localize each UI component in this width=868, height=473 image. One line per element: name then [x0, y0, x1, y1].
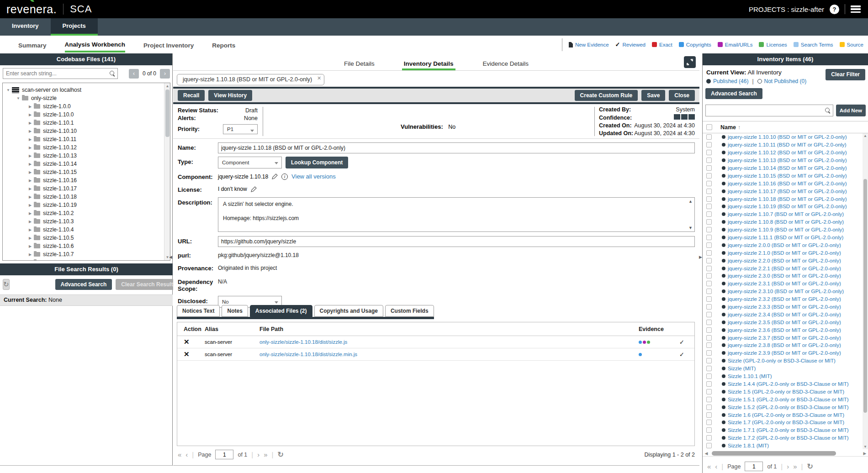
inventory-item-link[interactable]: Sizzle 1.5.1 (GPL-2.0-only or BSD-3-Clau… [728, 397, 849, 402]
expand-arrow-icon[interactable]: ▶ [27, 105, 33, 109]
inventory-item-link[interactable]: jquery-sizzle 2.3.7 (BSD or MIT or GPL-2… [728, 335, 841, 341]
inventory-list-item[interactable]: Sizzle 1.10.1 (MIT) [703, 373, 868, 380]
tree-node-folder[interactable]: ▶ sizzle-1.10.6 [5, 242, 169, 250]
inventory-item-link[interactable]: Sizzle 1.8.1 (MIT) [728, 443, 769, 448]
expand-arrow-icon[interactable]: ▶ [27, 261, 33, 261]
select-all-checkbox[interactable] [706, 124, 712, 130]
inventory-list-item[interactable]: jquery-sizzle 1.10.7 (BSD or MIT or GPL-… [703, 210, 868, 218]
help-icon[interactable]: ? [830, 5, 839, 14]
inventory-list-item[interactable]: jquery-sizzle 2.3.0 (BSD or MIT or GPL-2… [703, 272, 868, 280]
lookup-component-button[interactable]: Lookup Component [286, 157, 348, 168]
next-match-button[interactable]: › [160, 69, 170, 79]
scroll-left-icon[interactable]: ◀ [703, 451, 710, 456]
inventory-item-link[interactable]: jquery-sizzle 1.10.12 (BSD or MIT or GPL… [728, 150, 847, 155]
item-checkbox[interactable] [706, 165, 712, 171]
inventory-item-link[interactable]: jquery-sizzle 1.10.14 (BSD or MIT or GPL… [728, 165, 847, 171]
recall-button[interactable]: Recall [178, 90, 205, 101]
scroll-up-icon[interactable]: ▲ [688, 199, 693, 204]
item-checkbox[interactable] [706, 358, 712, 363]
tree-node-folder[interactable]: ▶ sizzle-1.10.2 [5, 209, 169, 217]
component-info-icon[interactable]: i [281, 173, 288, 180]
tab-notices-text[interactable]: Notices Text [177, 305, 220, 317]
scroll-up-icon[interactable]: ▲ [863, 134, 868, 138]
item-checkbox[interactable] [706, 250, 712, 256]
expand-arrow-icon[interactable]: ▶ [27, 154, 33, 158]
expand-arrow-icon[interactable]: ▶ [27, 137, 33, 142]
inventory-item-link[interactable]: jquery-sizzle 2.0.0 (BSD or MIT or GPL-2… [728, 242, 841, 248]
inventory-item-link[interactable]: jquery-sizzle 1.10.13 (BSD or MIT or GPL… [728, 158, 847, 163]
inventory-item-link[interactable]: jquery-sizzle 1.10.19 (BSD or MIT or GPL… [728, 204, 847, 209]
inventory-item-link[interactable]: jquery-sizzle 2.3.2 (BSD or MIT or GPL-2… [728, 296, 841, 302]
clear-search-results-button[interactable]: Clear Search Results [116, 279, 181, 290]
tree-node-folder[interactable]: ▶ sizzle-1.10.13 [5, 152, 169, 160]
inventory-list-item[interactable]: jquery-sizzle 2.2.0 (BSD or MIT or GPL-2… [703, 257, 868, 264]
collapse-arrow-icon[interactable]: ▼ [16, 96, 21, 100]
expand-arrow-icon[interactable]: ▶ [27, 252, 33, 257]
item-checkbox[interactable] [706, 327, 712, 333]
item-checkbox[interactable] [706, 273, 712, 279]
tree-node-folder[interactable]: ▶ sizzle-1.10.16 [5, 176, 169, 184]
expand-arrow-icon[interactable]: ▶ [27, 195, 33, 199]
inventory-item-link[interactable]: jquery-sizzle 2.3.8 (BSD or MIT or GPL-2… [728, 342, 841, 348]
inventory-list-item[interactable]: jquery-sizzle 2.3.5 (BSD or MIT or GPL-2… [703, 318, 868, 326]
close-button[interactable]: Close [669, 90, 695, 101]
expand-arrow-icon[interactable]: ▶ [27, 162, 33, 166]
tree-node-folder[interactable]: ▼ only-sizzle [5, 94, 169, 102]
tab-inventory[interactable]: Inventory [0, 18, 51, 36]
item-checkbox[interactable] [706, 342, 712, 348]
expand-arrow-icon[interactable]: ▶ [27, 244, 33, 248]
tree-node-server[interactable]: ▼ scan-server on localhost [5, 86, 169, 94]
item-checkbox[interactable] [706, 320, 712, 325]
item-checkbox[interactable] [706, 242, 712, 248]
add-new-button[interactable]: Add New [836, 105, 866, 116]
remove-file-icon[interactable]: ✕ [184, 350, 190, 358]
inventory-list-item[interactable]: Sizzle 1.5.2 (GPL-2.0-only or BSD-3-Clau… [703, 403, 868, 411]
expand-arrow-icon[interactable]: ▶ [27, 113, 33, 117]
inventory-list-item[interactable]: Sizzle 1.8.1 (MIT) [703, 442, 868, 449]
inventory-list-item[interactable]: Sizzle (MIT) [703, 365, 868, 373]
inventory-scrollbar[interactable]: ▲ ▼ [863, 133, 868, 449]
next-page-icon[interactable]: › [787, 463, 789, 470]
tab-reports[interactable]: Reports [212, 38, 235, 52]
expand-arrow-icon[interactable]: ▶ [27, 121, 33, 125]
type-select[interactable]: Component [218, 157, 282, 168]
tree-node-folder[interactable]: ▶ sizzle-1.10.0 [5, 110, 169, 119]
item-checkbox[interactable] [706, 350, 712, 356]
item-checkbox[interactable] [706, 189, 712, 194]
clear-filter-button[interactable]: Clear Filter [826, 69, 865, 80]
inventory-item-link[interactable]: Sizzle (GPL-2.0-only or BSD-3-Clause or … [728, 358, 836, 363]
inventory-item-link[interactable]: jquery-sizzle 1.10.9 (BSD or MIT or GPL-… [728, 227, 844, 232]
item-checkbox[interactable] [706, 389, 712, 394]
inventory-list-item[interactable]: jquery-sizzle 1.10.12 (BSD or MIT or GPL… [703, 149, 868, 157]
item-checkbox[interactable] [706, 435, 712, 441]
inventory-item-link[interactable]: jquery-sizzle 2.3.0 (BSD or MIT or GPL-2… [728, 273, 841, 279]
inventory-item-link[interactable]: jquery-sizzle 1.10.17 (BSD or MIT or GPL… [728, 189, 847, 194]
expand-arrow-icon[interactable]: ▶ [27, 228, 33, 232]
inventory-list-item[interactable]: jquery-sizzle 1.10.18 (BSD or MIT or GPL… [703, 195, 868, 203]
inventory-hscrollbar[interactable]: ◀ ▶ [703, 450, 868, 457]
item-checkbox[interactable] [706, 142, 712, 147]
inventory-list-item[interactable]: jquery-sizzle 1.10.16 (BSD or MIT or GPL… [703, 179, 868, 187]
first-page-icon[interactable]: « [707, 463, 711, 470]
tree-node-folder[interactable]: ▶ sizzle-1.10.15 [5, 168, 169, 176]
inventory-item-link[interactable]: jquery-sizzle 1.10.8 (BSD or MIT or GPL-… [728, 219, 844, 225]
page-input[interactable] [215, 450, 233, 459]
page-input[interactable] [745, 462, 763, 471]
inventory-item-link[interactable]: jquery-sizzle 2.3.6 (BSD or MIT or GPL-2… [728, 327, 841, 333]
inventory-list-item[interactable]: jquery-sizzle 2.3.2 (BSD or MIT or GPL-2… [703, 295, 868, 303]
item-checkbox[interactable] [706, 181, 712, 186]
inventory-list-item[interactable]: jquery-sizzle 2.2.1 (BSD or MIT or GPL-2… [703, 264, 868, 272]
file-path-link[interactable]: only-sizzle/sizzle-1.10.18/dist/sizzle.j… [259, 339, 347, 345]
inventory-list-item[interactable]: Sizzle 1.5 (GPL-2.0-only or BSD-3-Clause… [703, 388, 868, 395]
inventory-list-item[interactable]: jquery-sizzle 1.10.17 (BSD or MIT or GPL… [703, 187, 868, 195]
tree-node-folder[interactable]: ▶ sizzle-1.10.10 [5, 127, 169, 135]
name-column-header[interactable]: Name [720, 124, 736, 131]
tab-projects[interactable]: Projects [51, 18, 98, 36]
inventory-list-item[interactable]: jquery-sizzle 2.3.3 (BSD or MIT or GPL-2… [703, 303, 868, 311]
tab-custom-fields[interactable]: Custom Fields [385, 305, 434, 317]
item-checkbox[interactable] [706, 304, 712, 310]
item-checkbox[interactable] [706, 204, 712, 209]
inventory-item-link[interactable]: jquery-sizzle 2.3.1 (BSD or MIT or GPL-2… [728, 281, 841, 286]
inventory-search-input[interactable] [705, 105, 833, 116]
inventory-list-item[interactable]: Sizzle 1.7 (GPL-2.0-only or BSD-3-Clause… [703, 419, 868, 426]
